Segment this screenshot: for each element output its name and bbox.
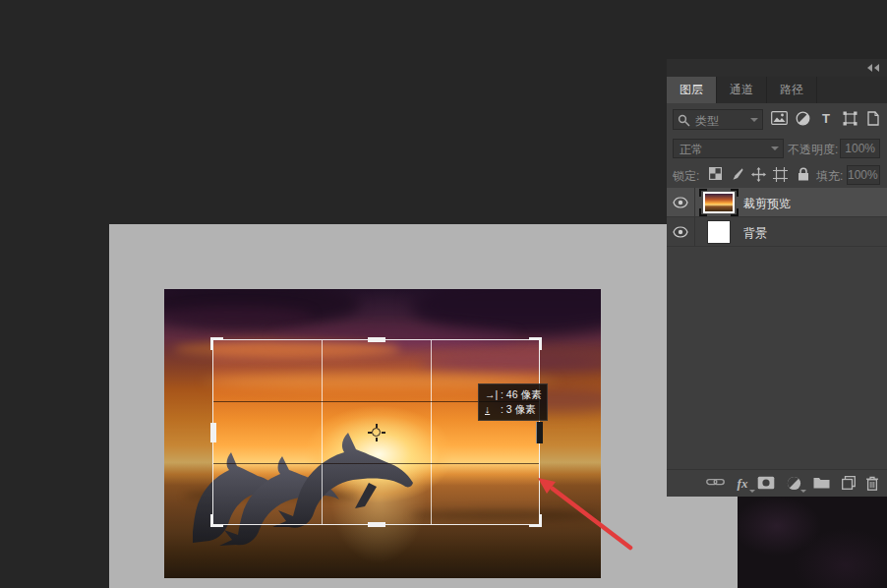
crop-edge-handle-top[interactable] [368, 337, 385, 342]
chevron-left-icon [874, 64, 879, 72]
visibility-eye-icon[interactable] [673, 197, 688, 211]
crop-center-pivot[interactable] [369, 425, 384, 441]
lock-all-padlock-icon[interactable] [795, 167, 812, 183]
filter-type-dropdown[interactable]: 类型 [673, 109, 763, 130]
layer-thumbnail-crop-preview[interactable] [699, 189, 739, 216]
crop-edge-handle-right[interactable] [536, 422, 543, 443]
down-arrow-to-bar-icon: ↓ [485, 402, 501, 417]
crop-shield [164, 525, 601, 578]
layer-row-crop-preview[interactable]: 裁剪预览 [667, 188, 887, 217]
new-group-folder-icon[interactable] [811, 476, 831, 493]
tooltip-height-value: : 3 像素 [501, 403, 536, 415]
tab-channels[interactable]: 通道 [717, 77, 767, 103]
link-layers-icon[interactable] [705, 476, 725, 493]
filter-type-value: 类型 [695, 113, 719, 130]
crop-grid-line-vertical [322, 340, 323, 524]
fill-label: 填充: [816, 168, 843, 185]
tooltip-width-value: : 46 像素 [501, 388, 541, 400]
crop-dimension-tooltip: →|: 46 像素 ↓: 3 像素 [478, 383, 548, 421]
layer-name: 背景 [743, 225, 767, 242]
crop-corner-handle-bottom-right[interactable] [529, 514, 542, 527]
tab-paths[interactable]: 路径 [767, 77, 817, 103]
new-layer-icon[interactable] [839, 476, 858, 493]
crop-grid-line-horizontal [213, 463, 539, 464]
opacity-label: 不透明度: [788, 142, 838, 158]
thumbnail-image [703, 192, 735, 213]
photoshop-window: →|: 46 像素 ↓: 3 像素 图层 通道 路径 [0, 0, 887, 588]
chevron-down-icon [749, 490, 755, 493]
lock-image-pixels-brush-icon[interactable] [728, 167, 745, 183]
delete-layer-trash-icon[interactable] [862, 476, 882, 493]
layer-row-background[interactable]: 背景 [667, 217, 887, 247]
filter-pixel-layers-icon[interactable] [769, 111, 789, 129]
crop-shield [164, 289, 601, 339]
add-layer-mask-icon[interactable] [756, 476, 776, 493]
chevron-down-icon [750, 118, 758, 122]
tooltip-width-row: →|: 46 像素 [485, 387, 541, 402]
blend-mode-row: 正常 不透明度: 100% [667, 137, 887, 161]
opacity-value-field[interactable]: 100% [840, 139, 880, 158]
panel-header-bar [667, 59, 887, 77]
layers-panel-toolbar: fx [667, 469, 887, 497]
crop-corner-handle-bottom-left[interactable] [210, 514, 223, 527]
chevron-down-icon [800, 490, 806, 493]
chevron-down-icon [771, 147, 779, 150]
crop-bounding-box[interactable] [212, 339, 540, 525]
layer-filter-row: 类型 T [667, 103, 887, 137]
lock-transparent-pixels-icon[interactable] [706, 167, 724, 183]
tooltip-height-row: ↓: 3 像素 [485, 402, 541, 417]
fill-value-field[interactable]: 100% [847, 165, 880, 185]
chevron-left-icon [867, 64, 872, 72]
lock-label: 锁定: [673, 168, 699, 185]
search-icon [678, 114, 690, 127]
crop-shield [540, 339, 601, 525]
collapse-panel-button[interactable] [867, 64, 881, 72]
layers-panel: 图层 通道 路径 类型 T [667, 59, 887, 497]
visibility-eye-icon[interactable] [673, 226, 688, 241]
blend-mode-value: 正常 [680, 142, 703, 158]
panel-tabs: 图层 通道 路径 [667, 77, 887, 103]
blend-mode-dropdown[interactable]: 正常 [673, 139, 784, 158]
layer-thumbnail-background[interactable] [708, 221, 730, 243]
crop-grid-line-vertical [431, 340, 432, 524]
lock-row: 锁定: 填充: 100% [667, 161, 887, 188]
layer-name: 裁剪预览 [743, 196, 791, 212]
crop-corner-handle-top-right[interactable] [529, 337, 542, 350]
crop-shield [164, 339, 212, 525]
background-image-fragment [738, 497, 887, 588]
crop-corner-handle-top-left[interactable] [210, 337, 223, 350]
filter-smart-object-icon[interactable] [863, 111, 883, 129]
lock-artboard-nesting-icon[interactable] [771, 167, 789, 183]
filter-adjustment-layers-icon[interactable] [793, 111, 812, 129]
tab-layers[interactable]: 图层 [667, 77, 717, 103]
crop-edge-handle-left[interactable] [210, 423, 216, 442]
filter-type-layers-icon[interactable]: T [816, 111, 836, 129]
lock-position-move-icon[interactable] [749, 167, 767, 183]
filter-shape-layers-icon[interactable] [840, 111, 859, 129]
right-arrow-to-bar-icon: →| [485, 387, 501, 402]
crop-edge-handle-bottom[interactable] [368, 522, 385, 527]
